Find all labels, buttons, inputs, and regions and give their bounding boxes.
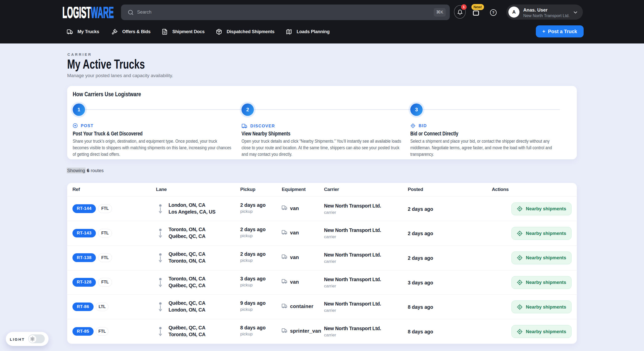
svg-text:LOGIST: LOGIST — [62, 7, 91, 19]
svg-text:WARE: WARE — [91, 7, 114, 19]
